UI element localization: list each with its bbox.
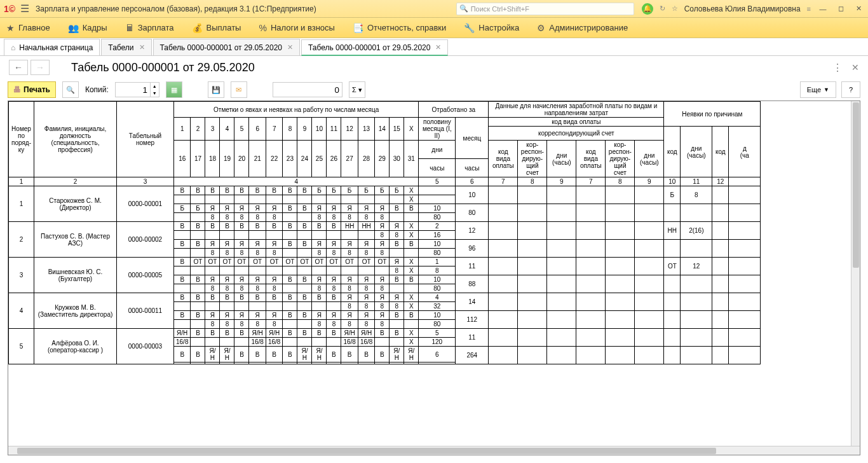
close-icon[interactable]: ✕ [853, 4, 864, 13]
more-options-icon[interactable]: ⋮ [832, 62, 843, 74]
page-header: ← → Табель 0000-000001 от 29.05.2020 ⋮ ✕ [0, 56, 868, 79]
menu-reports[interactable]: 📑Отчетность, справки [353, 23, 446, 33]
percent-icon: % [259, 23, 266, 33]
main-menu: ★Главное 👥Кадры 🖩Зарплата 💰Выплаты %Нало… [0, 18, 868, 38]
document-icon: 📑 [353, 23, 363, 33]
tab-tabel-1[interactable]: Табель 0000-000001 от 29.05.2020✕ [153, 39, 300, 55]
maximize-icon[interactable]: ◻ [835, 4, 846, 13]
selection-icon: ▦ [171, 86, 177, 94]
save-button[interactable]: 💾 [208, 81, 224, 98]
hamburger-icon[interactable]: ☰ [20, 3, 29, 15]
print-button[interactable]: 🖶Печать [8, 81, 56, 98]
sum-button[interactable]: Σ ▾ [349, 81, 365, 98]
search-input[interactable]: 🔍 Поиск Ctrl+Shift+F [456, 3, 634, 15]
more-button[interactable]: Еще ▼ [800, 81, 836, 98]
home-icon: ⌂ [11, 43, 15, 52]
close-page-icon[interactable]: ✕ [851, 62, 859, 73]
menu-settings[interactable]: 🔧Настройка [464, 23, 519, 33]
tab-close-icon[interactable]: ✕ [287, 43, 293, 52]
star-icon[interactable]: ☆ [672, 4, 678, 13]
toolbar: 🖶Печать 🔍 Копий: ▲▼ ▦ 💾 ✉ Σ ▾ Еще ▼ ? [0, 79, 868, 100]
wrench-icon: 🔧 [464, 23, 475, 33]
menu-payments[interactable]: 💰Выплаты [192, 23, 241, 33]
calculator-icon: 🖩 [125, 23, 134, 33]
preview-button[interactable]: 🔍 [62, 81, 79, 98]
filter-icon[interactable]: ≡ [807, 5, 811, 13]
menu-hr[interactable]: 👥Кадры [68, 23, 107, 33]
tab-close-icon[interactable]: ✕ [139, 43, 145, 52]
nav-forward-button[interactable]: → [31, 60, 50, 75]
title-bar: 1© ☰ Зарплата и управление персоналом (б… [0, 0, 868, 18]
search-icon: 🔍 [459, 4, 468, 13]
history-icon[interactable]: ↻ [660, 4, 665, 13]
app-logo-icon: 1© [4, 4, 15, 14]
printer-icon: 🖶 [13, 85, 21, 94]
menu-admin[interactable]: ⚙Администрирование [537, 23, 628, 33]
people-icon: 👥 [68, 23, 79, 33]
tab-tabeli[interactable]: Табели✕ [101, 39, 151, 55]
menu-salary[interactable]: 🖩Зарплата [125, 23, 174, 33]
floppy-icon: 💾 [212, 86, 220, 94]
magnifier-icon: 🔍 [66, 86, 75, 94]
bell-icon[interactable]: 🔔 [642, 3, 653, 15]
sum-input[interactable] [273, 82, 342, 97]
tab-close-icon[interactable]: ✕ [435, 43, 441, 52]
spreadsheet-area: Номер по поряд-куФамилия, инициалы, долж… [8, 100, 860, 455]
copies-label: Копий: [85, 85, 109, 94]
money-icon: 💰 [192, 23, 203, 33]
help-button[interactable]: ? [841, 81, 860, 98]
spreadsheet-scroll[interactable]: Номер по поряд-куФамилия, инициалы, долж… [8, 101, 860, 446]
page-title: Табель 0000-000001 от 29.05.2020 [71, 61, 255, 74]
search-placeholder: Поиск Ctrl+Shift+F [471, 5, 529, 13]
copies-input[interactable] [115, 82, 151, 97]
nav-back-button[interactable]: ← [9, 60, 28, 75]
tab-tabel-2[interactable]: Табель 0000-000001 от 29.05.2020✕ [301, 39, 448, 56]
timesheet-table: Номер по поряд-куФамилия, инициалы, долж… [8, 101, 761, 364]
minimize-icon[interactable]: — [817, 5, 829, 13]
menu-taxes[interactable]: %Налоги и взносы [259, 23, 335, 33]
vertical-scrollbar[interactable] [851, 101, 860, 446]
gear-icon: ⚙ [537, 23, 545, 33]
user-name[interactable]: Соловьева Юлия Владимировна [684, 4, 801, 13]
menu-main[interactable]: ★Главное [6, 23, 50, 33]
email-button[interactable]: ✉ [231, 81, 247, 98]
sigma-icon: Σ ▾ [352, 86, 362, 94]
tabs-strip: ⌂Начальная страница Табели✕ Табель 0000-… [0, 38, 868, 56]
envelope-icon: ✉ [236, 86, 241, 94]
selection-button[interactable]: ▦ [166, 81, 182, 98]
star-filled-icon: ★ [6, 23, 15, 33]
horizontal-scrollbar[interactable] [8, 446, 860, 455]
tab-home[interactable]: ⌂Начальная страница [4, 39, 100, 55]
app-title: Зарплата и управление персоналом (базова… [36, 4, 456, 13]
copies-stepper[interactable]: ▲▼ [151, 82, 159, 97]
